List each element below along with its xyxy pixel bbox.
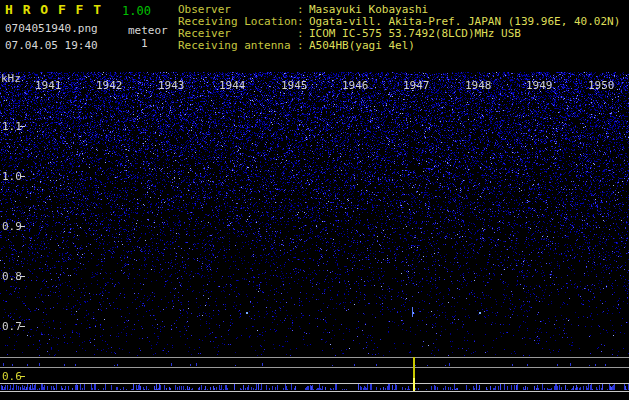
frequency-tick-mark <box>20 276 25 277</box>
station-info-row: Receiving antenna:A504HB(yagi 4el) <box>178 40 620 52</box>
frequency-axis-unit: kHz <box>1 73 21 85</box>
app-title: H R O F F T <box>5 4 102 16</box>
station-info-value: A504HB(yagi 4el) <box>309 40 415 52</box>
spectrogram-canvas <box>0 72 629 356</box>
frequency-tick-label: 0.9 <box>2 221 22 233</box>
time-tick-label: 1946 <box>342 80 369 92</box>
mode-label: meteor <box>128 25 168 37</box>
time-tick-label: 1949 <box>526 80 553 92</box>
time-tick-label: 1943 <box>158 80 185 92</box>
time-axis: 1941194219431944194519461947194819491950 <box>0 80 629 92</box>
frequency-tick-mark <box>20 326 25 327</box>
frequency-tick-mark <box>20 126 25 127</box>
time-tick-label: 1950 <box>588 80 615 92</box>
mode-count: 1 <box>141 38 148 50</box>
time-tick-label: 1947 <box>403 80 430 92</box>
output-filename: 0704051940.png <box>5 23 98 35</box>
frequency-tick-label: 0.8 <box>2 271 22 283</box>
frequency-tick-mark <box>20 226 25 227</box>
station-info: Observer:Masayuki KobayashiReceiving Loc… <box>178 4 620 52</box>
time-tick-label: 1944 <box>219 80 246 92</box>
datetime-label: 07.04.05 19:40 <box>5 40 98 52</box>
app-version: 1.00 <box>122 5 151 17</box>
signal-strip-canvas <box>0 356 629 400</box>
time-tick-label: 1948 <box>465 80 492 92</box>
station-info-colon: : <box>297 40 309 52</box>
frequency-tick-label: 0.7 <box>2 321 22 333</box>
time-tick-label: 1945 <box>281 80 308 92</box>
time-tick-label: 1942 <box>96 80 123 92</box>
frequency-tick-mark <box>20 376 25 377</box>
frequency-tick-label: 1.0 <box>2 171 22 183</box>
frequency-tick-label: 0.6 <box>2 371 22 383</box>
hrofft-screen: H R O F F T 1.00 0704051940.png meteor 0… <box>0 0 629 400</box>
time-tick-label: 1941 <box>35 80 62 92</box>
frequency-tick-label: 1.1 <box>2 121 22 133</box>
frequency-tick-mark <box>20 176 25 177</box>
station-info-label: Receiving antenna <box>178 40 297 52</box>
